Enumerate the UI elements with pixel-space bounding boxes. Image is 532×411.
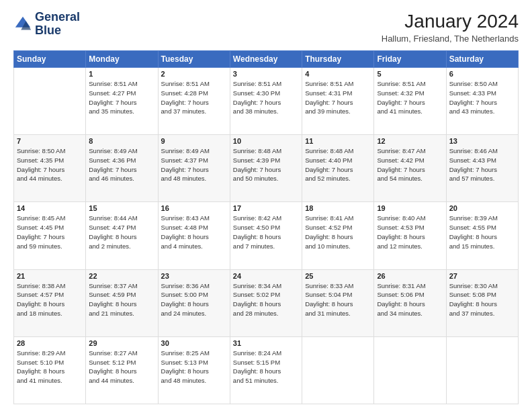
day-info: Sunrise: 8:30 AMSunset: 5:08 PMDaylight:… [449, 281, 515, 318]
table-row: 25Sunrise: 8:33 AMSunset: 5:04 PMDayligh… [302, 269, 374, 336]
table-row: 19Sunrise: 8:40 AMSunset: 4:53 PMDayligh… [374, 202, 446, 269]
table-row [14, 68, 86, 135]
table-row: 22Sunrise: 8:37 AMSunset: 4:59 PMDayligh… [86, 269, 158, 336]
day-info: Sunrise: 8:44 AMSunset: 4:47 PMDaylight:… [89, 214, 154, 250]
day-info: Sunrise: 8:25 AMSunset: 5:13 PMDaylight:… [161, 349, 227, 385]
day-info: Sunrise: 8:46 AMSunset: 4:43 PMDaylight:… [449, 146, 515, 183]
table-row: 13Sunrise: 8:46 AMSunset: 4:43 PMDayligh… [446, 135, 518, 202]
day-info: Sunrise: 8:40 AMSunset: 4:53 PMDaylight:… [377, 214, 443, 250]
day-number: 21 [17, 272, 83, 280]
day-number: 12 [377, 137, 443, 145]
table-row: 11Sunrise: 8:48 AMSunset: 4:40 PMDayligh… [302, 135, 374, 202]
title-block: January 2024 Hallum, Friesland, The Neth… [382, 11, 519, 44]
day-info: Sunrise: 8:41 AMSunset: 4:52 PMDaylight:… [305, 214, 371, 250]
day-info: Sunrise: 8:43 AMSunset: 4:48 PMDaylight:… [161, 214, 227, 250]
table-row: 27Sunrise: 8:30 AMSunset: 5:08 PMDayligh… [446, 269, 518, 336]
table-row [302, 336, 374, 404]
day-info: Sunrise: 8:31 AMSunset: 5:06 PMDaylight:… [377, 281, 443, 318]
day-number: 17 [233, 204, 299, 212]
table-row: 9Sunrise: 8:49 AMSunset: 4:37 PMDaylight… [158, 135, 230, 202]
day-info: Sunrise: 8:42 AMSunset: 4:50 PMDaylight:… [233, 214, 299, 250]
col-sunday: Sunday [14, 51, 86, 68]
table-row: 17Sunrise: 8:42 AMSunset: 4:50 PMDayligh… [230, 202, 302, 269]
table-row: 8Sunrise: 8:49 AMSunset: 4:36 PMDaylight… [86, 135, 158, 202]
day-info: Sunrise: 8:47 AMSunset: 4:42 PMDaylight:… [377, 146, 443, 183]
table-row: 21Sunrise: 8:38 AMSunset: 4:57 PMDayligh… [14, 269, 86, 336]
day-number: 22 [89, 272, 154, 280]
day-info: Sunrise: 8:24 AMSunset: 5:15 PMDaylight:… [233, 349, 299, 385]
day-info: Sunrise: 8:51 AMSunset: 4:27 PMDaylight:… [89, 79, 154, 116]
calendar-table: Sunday Monday Tuesday Wednesday Thursday… [13, 50, 519, 404]
logo-text: General Blue [35, 11, 80, 38]
day-info: Sunrise: 8:39 AMSunset: 4:55 PMDaylight:… [449, 214, 515, 250]
day-info: Sunrise: 8:49 AMSunset: 4:37 PMDaylight:… [161, 146, 227, 183]
table-row: 18Sunrise: 8:41 AMSunset: 4:52 PMDayligh… [302, 202, 374, 269]
calendar-week-row: 21Sunrise: 8:38 AMSunset: 4:57 PMDayligh… [14, 269, 519, 336]
day-number: 15 [89, 204, 154, 212]
day-number: 7 [17, 137, 83, 145]
location: Hallum, Friesland, The Netherlands [382, 34, 519, 44]
day-number: 30 [161, 339, 227, 347]
table-row: 2Sunrise: 8:51 AMSunset: 4:28 PMDaylight… [158, 68, 230, 135]
calendar-week-row: 28Sunrise: 8:29 AMSunset: 5:10 PMDayligh… [14, 336, 519, 404]
day-number: 5 [377, 70, 443, 78]
table-row: 15Sunrise: 8:44 AMSunset: 4:47 PMDayligh… [86, 202, 158, 269]
col-wednesday: Wednesday [230, 51, 302, 68]
day-info: Sunrise: 8:37 AMSunset: 4:59 PMDaylight:… [89, 281, 154, 318]
table-row: 3Sunrise: 8:51 AMSunset: 4:30 PMDaylight… [230, 68, 302, 135]
logo-line2: Blue [35, 24, 80, 38]
day-number: 18 [305, 204, 371, 212]
table-row: 23Sunrise: 8:36 AMSunset: 5:00 PMDayligh… [158, 269, 230, 336]
table-row: 14Sunrise: 8:45 AMSunset: 4:45 PMDayligh… [14, 202, 86, 269]
day-number: 31 [233, 339, 299, 347]
table-row: 6Sunrise: 8:50 AMSunset: 4:33 PMDaylight… [446, 68, 518, 135]
day-number: 9 [161, 137, 227, 145]
table-row: 1Sunrise: 8:51 AMSunset: 4:27 PMDaylight… [86, 68, 158, 135]
table-row: 24Sunrise: 8:34 AMSunset: 5:02 PMDayligh… [230, 269, 302, 336]
day-number: 6 [449, 70, 515, 78]
day-number: 23 [161, 272, 227, 280]
month-title: January 2024 [382, 11, 519, 32]
day-number: 29 [89, 339, 154, 347]
calendar-week-row: 7Sunrise: 8:50 AMSunset: 4:35 PMDaylight… [14, 135, 519, 202]
day-info: Sunrise: 8:29 AMSunset: 5:10 PMDaylight:… [17, 349, 83, 385]
table-row: 5Sunrise: 8:51 AMSunset: 4:32 PMDaylight… [374, 68, 446, 135]
table-row: 26Sunrise: 8:31 AMSunset: 5:06 PMDayligh… [374, 269, 446, 336]
calendar-header-row: Sunday Monday Tuesday Wednesday Thursday… [14, 51, 519, 68]
day-info: Sunrise: 8:50 AMSunset: 4:33 PMDaylight:… [449, 79, 515, 116]
day-number: 20 [449, 204, 515, 212]
table-row [446, 336, 518, 404]
table-row: 31Sunrise: 8:24 AMSunset: 5:15 PMDayligh… [230, 336, 302, 404]
col-friday: Friday [374, 51, 446, 68]
day-info: Sunrise: 8:50 AMSunset: 4:35 PMDaylight:… [17, 146, 83, 183]
day-number: 16 [161, 204, 227, 212]
day-number: 27 [449, 272, 515, 280]
day-number: 13 [449, 137, 515, 145]
calendar-week-row: 14Sunrise: 8:45 AMSunset: 4:45 PMDayligh… [14, 202, 519, 269]
day-info: Sunrise: 8:51 AMSunset: 4:28 PMDaylight:… [161, 79, 227, 116]
table-row: 7Sunrise: 8:50 AMSunset: 4:35 PMDaylight… [14, 135, 86, 202]
day-info: Sunrise: 8:48 AMSunset: 4:40 PMDaylight:… [305, 146, 371, 183]
day-number: 3 [233, 70, 299, 78]
day-info: Sunrise: 8:33 AMSunset: 5:04 PMDaylight:… [305, 281, 371, 318]
day-number: 4 [305, 70, 371, 78]
page: General Blue January 2024 Hallum, Friesl… [0, 0, 532, 411]
day-number: 19 [377, 204, 443, 212]
calendar-week-row: 1Sunrise: 8:51 AMSunset: 4:27 PMDaylight… [14, 68, 519, 135]
day-info: Sunrise: 8:51 AMSunset: 4:30 PMDaylight:… [233, 79, 299, 116]
day-info: Sunrise: 8:51 AMSunset: 4:31 PMDaylight:… [305, 79, 371, 116]
col-tuesday: Tuesday [158, 51, 230, 68]
day-number: 25 [305, 272, 371, 280]
table-row: 16Sunrise: 8:43 AMSunset: 4:48 PMDayligh… [158, 202, 230, 269]
day-number: 24 [233, 272, 299, 280]
logo: General Blue [13, 11, 80, 38]
table-row [374, 336, 446, 404]
table-row: 28Sunrise: 8:29 AMSunset: 5:10 PMDayligh… [14, 336, 86, 404]
col-monday: Monday [86, 51, 158, 68]
day-info: Sunrise: 8:45 AMSunset: 4:45 PMDaylight:… [17, 214, 83, 250]
day-number: 28 [17, 339, 83, 347]
day-number: 8 [89, 137, 154, 145]
logo-icon [13, 15, 32, 34]
day-number: 26 [377, 272, 443, 280]
day-info: Sunrise: 8:34 AMSunset: 5:02 PMDaylight:… [233, 281, 299, 318]
